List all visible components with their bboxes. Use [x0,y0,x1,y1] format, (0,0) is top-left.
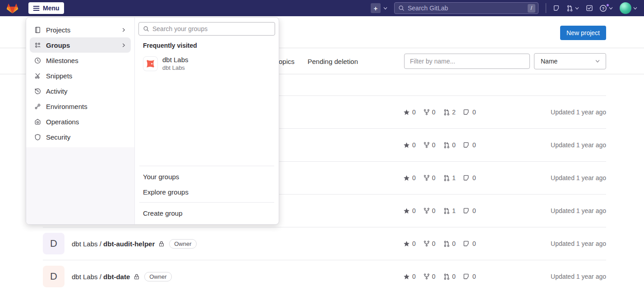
user-avatar [620,2,631,14]
star-count[interactable]: 0 [403,109,416,116]
groups-search-input[interactable] [152,25,271,32]
menu-item[interactable]: Projects [30,22,131,37]
menu-item-icon [34,42,41,49]
merge-request-icon [443,273,450,280]
issues-icon [463,175,470,181]
menu-item[interactable]: Security [30,129,131,145]
menu-item[interactable]: Operations [30,114,131,129]
group-link[interactable]: Explore groups [138,184,275,199]
menu-item[interactable]: Activity [30,83,131,99]
updated-timestamp: Updated 1 year ago [478,240,606,247]
issue-count[interactable]: 0 [463,109,476,116]
star-count[interactable]: 0 [403,207,416,214]
frequently-visited-title: Frequently visited [138,41,275,54]
menu-item-label: Operations [46,118,126,126]
menu-item-icon [34,134,41,140]
notification-dot [606,4,609,7]
fork-count[interactable]: 0 [423,174,436,181]
merge-request-count[interactable]: 0 [443,240,456,247]
frequent-group-item[interactable]: dbt Labs dbt Labs [138,54,275,72]
menu-item[interactable]: Environments [30,99,131,114]
merge-request-icon [443,208,450,214]
todo-icon [586,5,593,12]
menu-item-label: Snippets [46,72,126,80]
menu-item-label: Environments [46,103,126,110]
merge-requests-button[interactable] [566,5,580,12]
group-link[interactable]: Your groups [138,169,275,184]
issue-count[interactable]: 0 [463,141,476,149]
fork-count[interactable]: 0 [423,273,436,280]
tab-topics[interactable]: opics [279,57,294,65]
fork-icon [423,142,430,148]
todos-button[interactable] [586,5,593,12]
menu-item[interactable]: Snippets [30,68,131,83]
chevron-down-icon [608,6,613,11]
project-stats: 0 0 0 0 [403,273,478,280]
user-menu-button[interactable] [620,2,638,14]
issue-count[interactable]: 0 [463,273,476,280]
global-search-input[interactable] [408,5,524,12]
gitlab-logo-icon[interactable] [6,2,18,14]
project-avatar[interactable]: D [43,233,64,254]
filter-by-name-input[interactable] [404,54,530,69]
updated-timestamp: Updated 1 year ago [478,174,606,181]
help-button[interactable]: ? [599,5,613,12]
project-avatar[interactable]: D [43,266,64,287]
project-stats: 0 0 0 0 [403,240,478,247]
merge-request-count[interactable]: 0 [443,141,456,149]
fork-icon [423,208,430,214]
project-stats: 0 0 2 0 [403,109,478,116]
issue-count[interactable]: 0 [463,174,476,181]
issues-icon [463,142,470,149]
menu-item-icon [34,118,41,125]
menu-item[interactable]: Milestones [30,53,131,68]
merge-request-icon [566,5,573,12]
new-item-dropdown[interactable]: + [371,3,388,13]
hamburger-icon [33,5,40,11]
global-search[interactable]: / [394,2,538,14]
fork-icon [423,175,430,181]
star-icon [403,208,410,214]
menu-button-label: Menu [43,5,60,12]
merge-request-count[interactable]: 2 [443,109,456,116]
project-link[interactable]: D dbt Labs / dbt-audit-helper Owner [43,233,197,254]
menu-item-icon [34,27,41,33]
menu-item[interactable]: Groups [30,37,131,53]
issue-count[interactable]: 0 [463,207,476,214]
menu-item-icon [34,72,41,79]
group-links: Your groups Explore groups [138,169,275,199]
star-count[interactable]: 0 [403,141,416,149]
fork-count[interactable]: 0 [423,141,436,149]
merge-request-count[interactable]: 0 [443,273,456,280]
project-link[interactable]: D dbt Labs / dbt-date Owner [43,266,172,287]
chevron-down-icon [383,6,388,11]
project-row: D dbt Labs / dbt-date Owner 0 0 0 0 [43,260,606,290]
new-project-button[interactable]: New project [560,26,606,40]
sort-dropdown-label: Name [541,58,557,65]
chevron-down-icon [595,59,600,64]
sort-dropdown[interactable]: Name [534,53,606,69]
fork-icon [423,240,430,247]
merge-request-count[interactable]: 1 [443,207,456,214]
merge-request-icon [443,109,450,116]
project-stats: 0 0 0 0 [403,141,478,149]
issues-icon [463,273,470,280]
merge-request-count[interactable]: 1 [443,174,456,181]
role-badge: Owner [169,239,196,249]
menu-button[interactable]: Menu [28,2,64,14]
create-group-link[interactable]: Create group [138,205,275,221]
star-icon [403,273,410,280]
star-count[interactable]: 0 [403,273,416,280]
tab-pending-deletion[interactable]: Pending deletion [308,57,358,65]
issues-button[interactable] [553,5,560,12]
groups-search[interactable] [138,22,275,36]
frequent-groups: dbt Labs dbt Labs [138,54,275,72]
chevron-down-icon [633,6,638,11]
fork-count[interactable]: 0 [423,240,436,247]
fork-count[interactable]: 0 [423,109,436,116]
star-count[interactable]: 0 [403,240,416,247]
fork-count[interactable]: 0 [423,207,436,214]
star-count[interactable]: 0 [403,174,416,181]
lock-icon [133,273,140,280]
issue-count[interactable]: 0 [463,240,476,247]
